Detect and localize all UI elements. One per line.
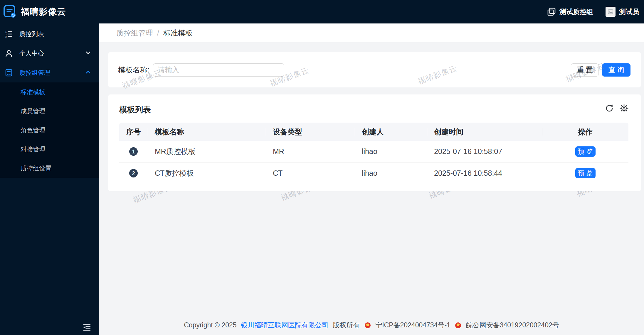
main-content: 福晴影像云福晴影像云福晴影像云福晴影像云 质控组管理 / 标准模板 模板名称: … — [99, 23, 644, 335]
sidebar-item-label: 个人中心 — [19, 49, 44, 57]
sidebar-subitem[interactable]: 角色管理 — [0, 121, 99, 140]
column-header: 创建人 — [355, 123, 427, 141]
preview-button[interactable]: 预 览 — [575, 168, 596, 178]
footer-copyright: Copyright © 2025 — [184, 321, 236, 329]
card-title: 模板列表 — [119, 104, 151, 115]
cell-created: 2025-07-16 10:58:07 — [427, 147, 542, 156]
refresh-icon[interactable] — [605, 104, 614, 113]
cell-name: MR质控模板 — [148, 147, 266, 156]
row-index-cell: 2 — [119, 169, 148, 177]
footer-police: 皖公网安备34019202002402号 — [466, 321, 559, 329]
cell-device: CT — [266, 169, 355, 177]
footer-company-link[interactable]: 银川福晴互联网医院有限公司 — [241, 321, 329, 329]
cell-creator: lihao — [355, 169, 427, 177]
sidebar-subitem[interactable]: 质控组设置 — [0, 159, 99, 178]
sidebar-item-label: 质控列表 — [19, 30, 44, 38]
icp-emblem-icon — [365, 322, 371, 328]
row-index-badge: 1 — [129, 147, 138, 156]
table-row: 1MR质控模板MRlihao2025-07-16 10:58:07预 览 — [119, 141, 628, 163]
menu-fold-icon[interactable] — [83, 323, 91, 331]
chevron-up-icon — [85, 69, 91, 77]
breadcrumb: 质控组管理 / 标准模板 — [99, 23, 644, 42]
cell-actions: 预 览 — [542, 168, 628, 178]
app-title: 福晴影像云 — [21, 6, 66, 18]
query-button[interactable]: 查 询 — [602, 63, 630, 77]
sidebar-item-personal-center[interactable]: 个人中心 — [0, 44, 99, 63]
cell-name: CT质控模板 — [148, 168, 266, 178]
user-icon — [5, 50, 13, 57]
sidebar-subitem-label: 对接管理 — [21, 145, 45, 153]
chevron-down-icon — [85, 50, 91, 57]
sidebar-item-qc-group-mgmt[interactable]: 质控组管理 — [0, 63, 99, 82]
app-logo-icon — [4, 5, 16, 18]
page-footer: Copyright © 2025 银川福晴互联网医院有限公司 版权所有 宁ICP… — [99, 321, 644, 330]
sidebar-subitem[interactable]: 标准模板 — [0, 82, 99, 101]
column-header: 序号 — [119, 123, 148, 141]
group-name: 测试质控组 — [559, 7, 593, 16]
column-header: 操作 — [542, 123, 628, 141]
svg-text:3: 3 — [5, 35, 7, 38]
cell-created: 2025-07-16 10:58:44 — [427, 169, 542, 177]
column-header: 设备类型 — [266, 123, 355, 141]
ordered-list-icon: 1 2 3 — [5, 30, 13, 38]
group-switcher[interactable]: 测试质控组 — [547, 7, 593, 16]
preview-button[interactable]: 预 览 — [575, 146, 596, 157]
sidebar-submenu: 标准模板成员管理角色管理对接管理质控组设置 — [0, 82, 99, 178]
sidebar-item-qc-list[interactable]: 1 2 3 质控列表 — [0, 24, 99, 44]
table-tools — [605, 104, 628, 113]
column-header: 模板名称 — [148, 123, 266, 141]
sidebar: 1 2 3 质控列表 个人中心 — [0, 23, 99, 335]
sidebar-subitem-label: 质控组设置 — [21, 164, 51, 172]
column-header: 创建时间 — [427, 123, 542, 141]
sidebar-subitem[interactable]: 成员管理 — [0, 101, 99, 121]
template-name-label: 模板名称: — [118, 65, 149, 75]
table-body: 1MR质控模板MRlihao2025-07-16 10:58:07预 览2CT质… — [119, 141, 628, 184]
template-list-card: 模板列表 — [108, 94, 641, 191]
table-header-row: 序号模板名称设备类型创建人创建时间操作 — [119, 123, 628, 141]
police-emblem-icon — [455, 322, 461, 328]
sidebar-subitem-label: 成员管理 — [21, 107, 45, 115]
cell-creator: lihao — [355, 147, 427, 156]
image-placeholder-icon — [608, 9, 613, 14]
document-icon — [5, 69, 13, 77]
breadcrumb-parent[interactable]: 质控组管理 — [116, 28, 153, 38]
row-index-badge: 2 — [129, 169, 138, 177]
template-name-input[interactable] — [153, 63, 284, 77]
footer-rights: 版权所有 — [333, 321, 360, 329]
sidebar-subitem[interactable]: 对接管理 — [0, 140, 99, 159]
sidebar-subitem-label: 角色管理 — [21, 126, 45, 134]
sidebar-subitem-label: 标准模板 — [21, 88, 45, 96]
reset-button[interactable]: 重 置 — [571, 63, 599, 77]
sidebar-item-label: 质控组管理 — [19, 69, 50, 77]
table-row: 2CT质控模板CTlihao2025-07-16 10:58:44预 览 — [119, 163, 628, 184]
app-header: 福晴影像云 测试质控组 测试员 — [0, 0, 644, 23]
breadcrumb-separator: / — [157, 29, 159, 37]
avatar[interactable] — [606, 7, 616, 17]
footer-icp: 宁ICP备2024004734号-1 — [375, 321, 450, 329]
template-table: 序号模板名称设备类型创建人创建时间操作 1MR质控模板MRlihao2025-0… — [119, 123, 628, 184]
breadcrumb-current: 标准模板 — [163, 28, 193, 38]
settings-gear-icon[interactable] — [620, 104, 628, 113]
sidebar-menu: 1 2 3 质控列表 个人中心 — [0, 23, 99, 178]
search-card: 模板名称: 重 置 查 询 — [108, 52, 641, 87]
user-name[interactable]: 测试员 — [619, 7, 639, 16]
cell-device: MR — [266, 147, 355, 156]
cell-actions: 预 览 — [542, 146, 628, 157]
row-index-cell: 1 — [119, 147, 148, 156]
switch-group-icon — [547, 7, 556, 16]
